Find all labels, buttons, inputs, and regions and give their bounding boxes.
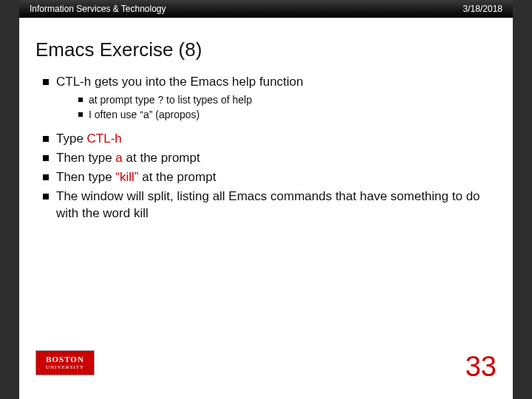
- bullet-square-icon: [43, 194, 49, 200]
- step-text-pre: Then type: [56, 170, 115, 184]
- step-text-red: a: [115, 151, 122, 165]
- logo-line1: BOSTON: [46, 355, 84, 364]
- sub-bullet-text: at prompt type ? to list types of help: [89, 94, 252, 106]
- bullet-square-icon: [43, 79, 49, 85]
- header-date: 3/18/2018: [463, 4, 502, 14]
- step-text-pre: Type: [56, 132, 87, 146]
- step-text-post: at the prompt: [138, 170, 216, 184]
- step-text-pre: Then type: [56, 151, 115, 165]
- slide-body: CTL-h gets you into the Emacs help funct…: [19, 69, 513, 222]
- slide-title: Emacs Exercise (8): [19, 18, 513, 69]
- step-text-post: at the prompt: [123, 151, 200, 165]
- step-item: The window will split, listing all Emacs…: [43, 188, 497, 222]
- page-number: 33: [466, 351, 497, 383]
- boston-university-logo: BOSTON UNIVERSITY: [35, 350, 95, 375]
- logo-line2: UNIVERSITY: [46, 365, 84, 370]
- slide: Information Services & Technology 3/18/2…: [19, 0, 513, 399]
- step-item: Type CTL-h: [43, 131, 497, 148]
- sub-bullet: I often use “a” (apropos): [78, 109, 497, 120]
- bullet-main: CTL-h gets you into the Emacs help funct…: [43, 75, 497, 89]
- bullet-main-text: CTL-h gets you into the Emacs help funct…: [56, 75, 304, 89]
- header-bar: Information Services & Technology 3/18/2…: [19, 0, 513, 18]
- slide-stage: Information Services & Technology 3/18/2…: [0, 0, 532, 399]
- bullet-square-icon: [43, 136, 49, 142]
- step-text-red: CTL-h: [87, 132, 122, 146]
- sub-bullet: at prompt type ? to list types of help: [78, 94, 497, 106]
- header-left: Information Services & Technology: [30, 4, 166, 14]
- bullet-square-icon: [78, 98, 83, 102]
- step-item: Then type a at the prompt: [43, 150, 497, 167]
- bullet-square-icon: [43, 155, 49, 161]
- bullet-square-icon: [78, 112, 83, 117]
- step-text-red: “kill”: [115, 170, 138, 184]
- sub-bullet-text: I often use “a” (apropos): [89, 109, 200, 120]
- step-item: Then type “kill” at the prompt: [43, 169, 497, 186]
- steps-list: Type CTL-h Then type a at the prompt The…: [35, 131, 497, 222]
- bullet-square-icon: [43, 174, 49, 180]
- step-text-pre: The window will split, listing all Emacs…: [56, 189, 480, 220]
